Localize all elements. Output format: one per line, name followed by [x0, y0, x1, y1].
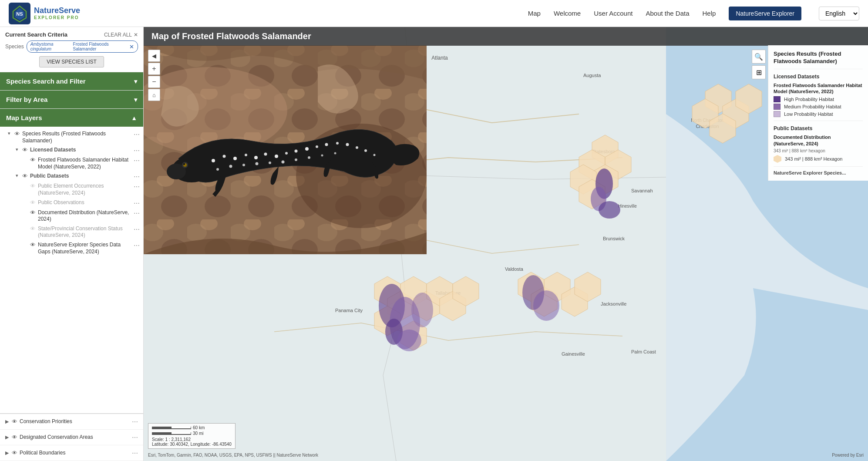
scale-mi: 30 mi [193, 431, 203, 436]
scale-km: 60 km [193, 425, 205, 430]
more-icon[interactable]: ⋯ [132, 450, 138, 457]
svg-text:Augusta: Augusta [583, 73, 601, 78]
eye-icon[interactable]: 👁 [12, 418, 17, 425]
nav-map[interactable]: Map [528, 10, 541, 17]
remove-species-button[interactable]: ✕ [129, 44, 134, 50]
zoom-out-button[interactable]: − [148, 76, 160, 88]
layer-eye-icon[interactable]: 👁 [30, 199, 36, 206]
layer-more-icon[interactable]: ⋯ [134, 200, 140, 207]
map-attribution: Esri, TomTom, Garmin, FAO, NOAA, USGS, E… [148, 453, 318, 458]
layer-more-icon[interactable]: ⋯ [134, 210, 140, 217]
layer-eye-icon[interactable]: 👁 [30, 157, 36, 163]
map-search-button[interactable]: 🔍 [752, 50, 766, 64]
species-label: Species [5, 44, 24, 50]
svg-point-81 [356, 146, 358, 149]
expand-icon: ▶ [5, 450, 10, 456]
political-boundaries-item[interactable]: ▶ 👁 Political Boundaries ⋯ [0, 445, 143, 461]
legend-title: Species Results (Frosted Flatwoods Salam… [774, 50, 863, 65]
more-icon[interactable]: ⋯ [132, 418, 138, 425]
map-grid-button[interactable]: ⊞ [752, 65, 766, 79]
conservation-priorities-item[interactable]: ▶ 👁 Conservation Priorities ⋯ [0, 414, 143, 430]
clear-all-button[interactable]: CLEAR ALL ✕ [104, 32, 138, 38]
layer-item[interactable]: 👁 Frosted Flatwoods Salamander Habitat M… [0, 155, 143, 172]
layer-eye-icon[interactable]: 👁 [30, 183, 36, 189]
layer-item[interactable]: ▾ 👁 Public Datasets ⋯ [0, 172, 143, 182]
legend-public-section: Public Datasets [774, 125, 863, 131]
svg-point-78 [325, 143, 328, 146]
conservation-areas-item[interactable]: ▶ 👁 Designated Conservation Areas ⋯ [0, 430, 143, 445]
layer-eye-icon[interactable]: 👁 [30, 242, 36, 248]
svg-point-67 [212, 159, 215, 162]
salamander-photo-svg [144, 45, 427, 254]
layer-text: Documented Distribution (NatureServe, 20… [38, 209, 132, 223]
svg-point-83 [373, 154, 376, 156]
svg-point-80 [346, 143, 349, 146]
nav-links: Map Welcome User Account About the Data … [528, 7, 859, 20]
svg-point-72 [264, 153, 267, 156]
scale-bar: 60 km 30 mi Scale: 1 : 2,311,162 Latitud… [148, 423, 236, 449]
species-name: Ambystoma cingulatum [30, 42, 71, 51]
legend-entry-low: Low Probability Habitat [774, 111, 863, 117]
svg-text:Savannah: Savannah [631, 188, 653, 193]
nav-help[interactable]: Help [703, 10, 716, 17]
layer-eye-icon[interactable]: 👁 [22, 147, 28, 153]
legend-medium-label: Medium Probability Habitat [784, 104, 841, 109]
layer-more-icon[interactable]: ⋯ [134, 157, 140, 164]
nav-user-account[interactable]: User Account [594, 10, 632, 17]
layer-eye-icon[interactable]: 👁 [22, 173, 28, 179]
language-select[interactable]: English Spanish [819, 7, 859, 20]
svg-point-70 [245, 154, 247, 156]
nav-about-data[interactable]: About the Data [646, 10, 689, 17]
layer-more-icon[interactable]: ⋯ [134, 183, 140, 190]
filter-area-header[interactable]: Filter by Area ▾ [0, 91, 143, 108]
layer-item[interactable]: ▾ 👁 Species Results (Frosted Flatwoods S… [0, 129, 143, 145]
species-tag: Ambystoma cingulatum Frosted Flatwoods S… [27, 40, 138, 53]
nav-welcome[interactable]: Welcome [554, 10, 581, 17]
layer-label: Designated Conservation Areas [20, 434, 130, 441]
layer-more-icon[interactable]: ⋯ [134, 131, 140, 138]
search-criteria: Current Search Criteria CLEAR ALL ✕ Spec… [0, 27, 143, 72]
layer-label: Conservation Priorities [20, 418, 130, 425]
layer-more-icon[interactable]: ⋯ [134, 147, 140, 154]
map-area[interactable]: Map of Frosted Flatwoods Salamander [144, 27, 868, 461]
home-button[interactable]: ⌂ [148, 89, 160, 101]
layer-item[interactable]: 👁 Public Observations ⋯ [0, 198, 143, 208]
legend-hex-note: 343 mi² | 888 km² hexagon [774, 148, 863, 153]
layer-eye-icon[interactable]: 👁 [30, 209, 36, 216]
layer-more-icon[interactable]: ⋯ [134, 226, 140, 233]
eye-icon[interactable]: 👁 [12, 450, 17, 456]
search-criteria-title: Current Search Criteria [5, 31, 67, 38]
map-layers-header[interactable]: Map Layers ▲ [0, 109, 143, 127]
view-species-list-button[interactable]: VIEW SPECIES LIST [39, 56, 104, 67]
logo-name: NatureServe [34, 6, 80, 16]
species-search-chevron-icon: ▾ [134, 78, 137, 85]
svg-point-87 [256, 162, 259, 165]
logo-sub: EXPLORER PRO [34, 15, 80, 20]
layer-more-icon[interactable]: ⋯ [134, 242, 140, 249]
eye-icon[interactable]: 👁 [12, 434, 17, 441]
layer-more-icon[interactable]: ⋯ [134, 173, 140, 180]
layer-item[interactable]: 👁 Documented Distribution (NatureServe, … [0, 208, 143, 224]
collapse-panel-button[interactable]: ◀ [148, 50, 160, 62]
layer-item[interactable]: 👁 State/Provincial Conservation Status (… [0, 224, 143, 240]
svg-text:Panama City: Panama City [335, 308, 363, 313]
accordion-species-search: Species Search and Filter ▾ [0, 72, 143, 91]
species-search-header[interactable]: Species Search and Filter ▾ [0, 72, 143, 90]
svg-point-84 [216, 168, 219, 171]
layer-expand-icon: ▾ [16, 173, 21, 178]
zoom-in-button[interactable]: + [148, 63, 160, 75]
more-icon[interactable]: ⋯ [132, 434, 138, 441]
accordion-filter-area: Filter by Area ▾ [0, 91, 143, 109]
sidebar: Current Search Criteria CLEAR ALL ✕ Spec… [0, 27, 144, 461]
svg-text:Hinesville: Hinesville [618, 204, 637, 209]
layer-expand-icon: ▾ [8, 131, 13, 136]
svg-point-88 [269, 162, 271, 164]
layer-eye-icon[interactable]: 👁 [14, 131, 20, 137]
layer-item[interactable]: 👁 Public Element Occurrences (NatureServ… [0, 182, 143, 198]
layer-tree: ▾ 👁 Species Results (Frosted Flatwoods S… [0, 127, 143, 413]
layer-eye-icon[interactable]: 👁 [30, 225, 36, 232]
layer-item[interactable]: 👁 NatureServe Explorer Species Data Gaps… [0, 240, 143, 256]
layer-item[interactable]: ▾ 👁 Licensed Datasets ⋯ [0, 145, 143, 155]
layer-expand-icon: ▾ [16, 147, 21, 152]
natureserve-explorer-button[interactable]: NatureServe Explorer [729, 7, 801, 20]
